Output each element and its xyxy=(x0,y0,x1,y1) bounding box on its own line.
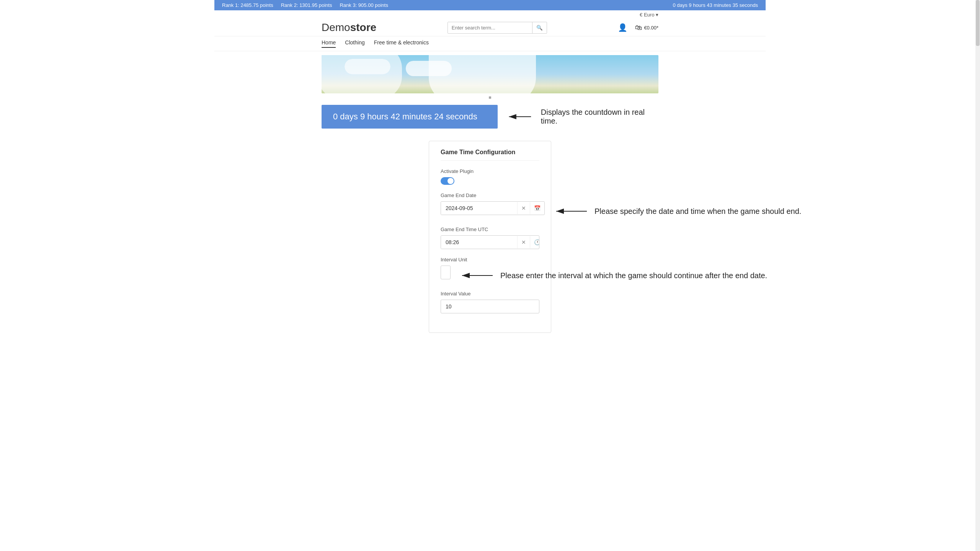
logo-plain: Demo xyxy=(322,21,350,33)
game-end-time-group: Game End Time UTC ✕ 🕐 xyxy=(441,227,539,249)
currency-selector[interactable]: € Euro ▾ xyxy=(640,12,658,18)
countdown-display: 0 days 9 hours 42 minutes 24 seconds xyxy=(322,105,498,129)
cart-icon: 🛍 xyxy=(635,24,642,32)
search-bar[interactable]: 🔍 xyxy=(448,22,547,34)
ranks-container: Rank 1: 2485.75 points Rank 2: 1301.95 p… xyxy=(222,2,388,8)
activate-label: Activate Plugin xyxy=(441,168,539,174)
search-button[interactable]: 🔍 xyxy=(532,22,547,33)
interval-value-label: Interval Value xyxy=(441,291,539,297)
hero-image xyxy=(322,55,658,93)
rank2-label: Rank 2: 1301.95 points xyxy=(281,2,332,8)
countdown-text: 0 days 9 hours 42 minutes 24 seconds xyxy=(333,112,477,121)
config-area: Game Time Configuration Activate Plugin … xyxy=(214,129,766,345)
interval-unit-input[interactable] xyxy=(441,266,451,279)
top-timer-display: 0 days 9 hours 43 minutes 35 seconds xyxy=(673,2,758,8)
search-input[interactable] xyxy=(448,22,532,33)
activate-toggle[interactable] xyxy=(441,177,454,185)
nav-free-time[interactable]: Free time & electronics xyxy=(374,39,429,48)
time-clear-button[interactable]: ✕ xyxy=(517,236,530,248)
logo-bold: store xyxy=(350,21,376,33)
date-clear-button[interactable]: ✕ xyxy=(517,202,530,214)
top-announcement-bar: Rank 1: 2485.75 points Rank 2: 1301.95 p… xyxy=(214,0,766,10)
currency-bar: € Euro ▾ xyxy=(214,10,766,18)
user-icon[interactable]: 👤 xyxy=(618,23,627,32)
main-nav: Home Clothing Free time & electronics xyxy=(214,36,766,51)
countdown-annotation-text: Displays the countdown in real time. xyxy=(541,108,658,126)
date-annotation-text: Please specify the date and time when th… xyxy=(595,207,801,216)
interval-arrow-icon xyxy=(458,268,497,283)
game-end-time-input-wrapper: ✕ 🕐 xyxy=(441,235,539,249)
interval-unit-label: Interval Unit xyxy=(441,257,539,262)
game-end-date-input-wrapper: ✕ 📅 xyxy=(441,201,545,215)
hero-section xyxy=(322,55,658,101)
game-end-date-input[interactable] xyxy=(441,202,517,215)
interval-value-group: Interval Value xyxy=(441,291,539,313)
site-logo[interactable]: Demostore xyxy=(322,21,376,34)
countdown-arrow-icon xyxy=(505,109,535,124)
cart-amount: €0.00* xyxy=(644,25,658,31)
game-end-date-group: Game End Date ✕ 📅 xyxy=(441,192,539,219)
search-icon: 🔍 xyxy=(536,25,543,31)
scrollbar-thumb[interactable] xyxy=(976,0,980,46)
date-arrow-icon xyxy=(552,204,591,219)
game-end-time-input[interactable] xyxy=(441,236,517,249)
nav-home[interactable]: Home xyxy=(322,39,336,48)
game-end-date-label: Game End Date xyxy=(441,192,539,198)
date-picker-button[interactable]: 📅 xyxy=(530,202,544,214)
countdown-row: 0 days 9 hours 42 minutes 24 seconds Dis… xyxy=(214,101,766,129)
rank1-label: Rank 1: 2485.75 points xyxy=(222,2,273,8)
site-header: Demostore 🔍 👤 🛍 €0.00* xyxy=(214,18,766,36)
time-picker-button[interactable]: 🕐 xyxy=(530,236,539,248)
game-end-time-label: Game End Time UTC xyxy=(441,227,539,232)
date-annotation: Please specify the date and time when th… xyxy=(545,201,801,219)
topbar-timer: 0 days 9 hours 43 minutes 35 seconds xyxy=(673,2,758,8)
header-icons: 👤 🛍 €0.00* xyxy=(618,23,658,32)
rank3-label: Rank 3: 905.00 points xyxy=(340,2,388,8)
scrollbar[interactable] xyxy=(975,0,980,345)
interval-annotation: Please enter the interval at which the g… xyxy=(451,266,767,283)
countdown-annotation: Displays the countdown in real time. xyxy=(498,108,658,126)
toggle-wrapper xyxy=(441,177,539,185)
interval-value-input[interactable] xyxy=(441,300,539,313)
config-panel: Game Time Configuration Activate Plugin … xyxy=(429,141,551,333)
activate-plugin-group: Activate Plugin xyxy=(441,168,539,185)
cart-area[interactable]: 🛍 €0.00* xyxy=(635,24,658,32)
interval-unit-group: Interval Unit xyxy=(441,257,539,283)
config-title: Game Time Configuration xyxy=(441,149,539,161)
nav-clothing[interactable]: Clothing xyxy=(345,39,364,48)
interval-annotation-text: Please enter the interval at which the g… xyxy=(500,271,767,280)
